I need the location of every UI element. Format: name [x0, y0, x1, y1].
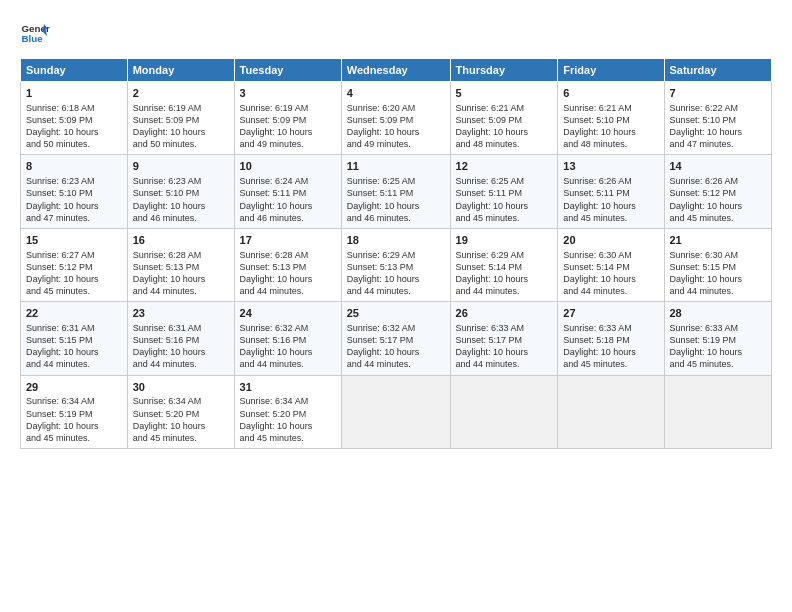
calendar-cell: 30Sunrise: 6:34 AMSunset: 5:20 PMDayligh…: [127, 375, 234, 448]
calendar-cell: [664, 375, 772, 448]
logo: General Blue: [20, 18, 50, 48]
calendar-day-header: Saturday: [664, 59, 772, 82]
day-number: 22: [26, 306, 122, 321]
day-number: 16: [133, 233, 229, 248]
svg-text:Blue: Blue: [22, 33, 44, 44]
day-number: 13: [563, 159, 658, 174]
day-number: 5: [456, 86, 553, 101]
day-info: Sunrise: 6:21 AMSunset: 5:09 PMDaylight:…: [456, 103, 529, 149]
calendar-cell: [558, 375, 664, 448]
day-info: Sunrise: 6:31 AMSunset: 5:15 PMDaylight:…: [26, 323, 99, 369]
day-number: 31: [240, 380, 336, 395]
day-number: 2: [133, 86, 229, 101]
calendar-cell: 3Sunrise: 6:19 AMSunset: 5:09 PMDaylight…: [234, 82, 341, 155]
day-info: Sunrise: 6:29 AMSunset: 5:14 PMDaylight:…: [456, 250, 529, 296]
calendar-day-header: Tuesday: [234, 59, 341, 82]
day-info: Sunrise: 6:27 AMSunset: 5:12 PMDaylight:…: [26, 250, 99, 296]
calendar-table: SundayMondayTuesdayWednesdayThursdayFrid…: [20, 58, 772, 449]
day-info: Sunrise: 6:28 AMSunset: 5:13 PMDaylight:…: [133, 250, 206, 296]
day-number: 14: [670, 159, 767, 174]
calendar-cell: 4Sunrise: 6:20 AMSunset: 5:09 PMDaylight…: [341, 82, 450, 155]
calendar-cell: [341, 375, 450, 448]
day-number: 8: [26, 159, 122, 174]
day-info: Sunrise: 6:34 AMSunset: 5:19 PMDaylight:…: [26, 396, 99, 442]
calendar-cell: 21Sunrise: 6:30 AMSunset: 5:15 PMDayligh…: [664, 228, 772, 301]
calendar-cell: 5Sunrise: 6:21 AMSunset: 5:09 PMDaylight…: [450, 82, 558, 155]
calendar-cell: 15Sunrise: 6:27 AMSunset: 5:12 PMDayligh…: [21, 228, 128, 301]
day-number: 1: [26, 86, 122, 101]
calendar-cell: 13Sunrise: 6:26 AMSunset: 5:11 PMDayligh…: [558, 155, 664, 228]
calendar-day-header: Thursday: [450, 59, 558, 82]
day-number: 9: [133, 159, 229, 174]
day-info: Sunrise: 6:31 AMSunset: 5:16 PMDaylight:…: [133, 323, 206, 369]
calendar-cell: 18Sunrise: 6:29 AMSunset: 5:13 PMDayligh…: [341, 228, 450, 301]
calendar-cell: 22Sunrise: 6:31 AMSunset: 5:15 PMDayligh…: [21, 302, 128, 375]
day-info: Sunrise: 6:26 AMSunset: 5:12 PMDaylight:…: [670, 176, 743, 222]
calendar-cell: 17Sunrise: 6:28 AMSunset: 5:13 PMDayligh…: [234, 228, 341, 301]
calendar-cell: 9Sunrise: 6:23 AMSunset: 5:10 PMDaylight…: [127, 155, 234, 228]
calendar-week-row: 1Sunrise: 6:18 AMSunset: 5:09 PMDaylight…: [21, 82, 772, 155]
day-info: Sunrise: 6:25 AMSunset: 5:11 PMDaylight:…: [347, 176, 420, 222]
calendar-cell: 19Sunrise: 6:29 AMSunset: 5:14 PMDayligh…: [450, 228, 558, 301]
day-info: Sunrise: 6:22 AMSunset: 5:10 PMDaylight:…: [670, 103, 743, 149]
calendar-day-header: Friday: [558, 59, 664, 82]
calendar-cell: 6Sunrise: 6:21 AMSunset: 5:10 PMDaylight…: [558, 82, 664, 155]
day-info: Sunrise: 6:32 AMSunset: 5:16 PMDaylight:…: [240, 323, 313, 369]
day-number: 24: [240, 306, 336, 321]
calendar-week-row: 29Sunrise: 6:34 AMSunset: 5:19 PMDayligh…: [21, 375, 772, 448]
calendar-cell: 28Sunrise: 6:33 AMSunset: 5:19 PMDayligh…: [664, 302, 772, 375]
day-info: Sunrise: 6:18 AMSunset: 5:09 PMDaylight:…: [26, 103, 99, 149]
day-info: Sunrise: 6:26 AMSunset: 5:11 PMDaylight:…: [563, 176, 636, 222]
calendar-cell: 25Sunrise: 6:32 AMSunset: 5:17 PMDayligh…: [341, 302, 450, 375]
day-number: 29: [26, 380, 122, 395]
day-info: Sunrise: 6:28 AMSunset: 5:13 PMDaylight:…: [240, 250, 313, 296]
day-info: Sunrise: 6:25 AMSunset: 5:11 PMDaylight:…: [456, 176, 529, 222]
calendar-cell: 23Sunrise: 6:31 AMSunset: 5:16 PMDayligh…: [127, 302, 234, 375]
calendar-cell: 26Sunrise: 6:33 AMSunset: 5:17 PMDayligh…: [450, 302, 558, 375]
calendar-cell: 2Sunrise: 6:19 AMSunset: 5:09 PMDaylight…: [127, 82, 234, 155]
calendar-cell: 27Sunrise: 6:33 AMSunset: 5:18 PMDayligh…: [558, 302, 664, 375]
calendar-day-header: Wednesday: [341, 59, 450, 82]
calendar-cell: 29Sunrise: 6:34 AMSunset: 5:19 PMDayligh…: [21, 375, 128, 448]
day-info: Sunrise: 6:23 AMSunset: 5:10 PMDaylight:…: [133, 176, 206, 222]
calendar-cell: 11Sunrise: 6:25 AMSunset: 5:11 PMDayligh…: [341, 155, 450, 228]
day-info: Sunrise: 6:24 AMSunset: 5:11 PMDaylight:…: [240, 176, 313, 222]
calendar-day-header: Sunday: [21, 59, 128, 82]
day-info: Sunrise: 6:34 AMSunset: 5:20 PMDaylight:…: [133, 396, 206, 442]
calendar-cell: 10Sunrise: 6:24 AMSunset: 5:11 PMDayligh…: [234, 155, 341, 228]
day-number: 6: [563, 86, 658, 101]
day-info: Sunrise: 6:30 AMSunset: 5:14 PMDaylight:…: [563, 250, 636, 296]
day-number: 25: [347, 306, 445, 321]
day-number: 21: [670, 233, 767, 248]
day-info: Sunrise: 6:33 AMSunset: 5:17 PMDaylight:…: [456, 323, 529, 369]
calendar-cell: 31Sunrise: 6:34 AMSunset: 5:20 PMDayligh…: [234, 375, 341, 448]
day-number: 19: [456, 233, 553, 248]
day-info: Sunrise: 6:21 AMSunset: 5:10 PMDaylight:…: [563, 103, 636, 149]
day-info: Sunrise: 6:23 AMSunset: 5:10 PMDaylight:…: [26, 176, 99, 222]
day-info: Sunrise: 6:30 AMSunset: 5:15 PMDaylight:…: [670, 250, 743, 296]
calendar-cell: 12Sunrise: 6:25 AMSunset: 5:11 PMDayligh…: [450, 155, 558, 228]
calendar-week-row: 15Sunrise: 6:27 AMSunset: 5:12 PMDayligh…: [21, 228, 772, 301]
day-info: Sunrise: 6:19 AMSunset: 5:09 PMDaylight:…: [240, 103, 313, 149]
day-number: 27: [563, 306, 658, 321]
calendar-cell: 24Sunrise: 6:32 AMSunset: 5:16 PMDayligh…: [234, 302, 341, 375]
day-info: Sunrise: 6:33 AMSunset: 5:18 PMDaylight:…: [563, 323, 636, 369]
day-number: 10: [240, 159, 336, 174]
day-info: Sunrise: 6:19 AMSunset: 5:09 PMDaylight:…: [133, 103, 206, 149]
day-number: 3: [240, 86, 336, 101]
day-info: Sunrise: 6:32 AMSunset: 5:17 PMDaylight:…: [347, 323, 420, 369]
day-number: 11: [347, 159, 445, 174]
day-info: Sunrise: 6:29 AMSunset: 5:13 PMDaylight:…: [347, 250, 420, 296]
calendar-cell: 8Sunrise: 6:23 AMSunset: 5:10 PMDaylight…: [21, 155, 128, 228]
logo-icon: General Blue: [20, 18, 50, 48]
calendar-cell: 20Sunrise: 6:30 AMSunset: 5:14 PMDayligh…: [558, 228, 664, 301]
day-number: 30: [133, 380, 229, 395]
day-number: 28: [670, 306, 767, 321]
day-info: Sunrise: 6:34 AMSunset: 5:20 PMDaylight:…: [240, 396, 313, 442]
page: General Blue SundayMondayTuesdayWednesda…: [0, 0, 792, 612]
calendar-week-row: 8Sunrise: 6:23 AMSunset: 5:10 PMDaylight…: [21, 155, 772, 228]
day-info: Sunrise: 6:33 AMSunset: 5:19 PMDaylight:…: [670, 323, 743, 369]
day-number: 15: [26, 233, 122, 248]
calendar-cell: [450, 375, 558, 448]
day-number: 23: [133, 306, 229, 321]
